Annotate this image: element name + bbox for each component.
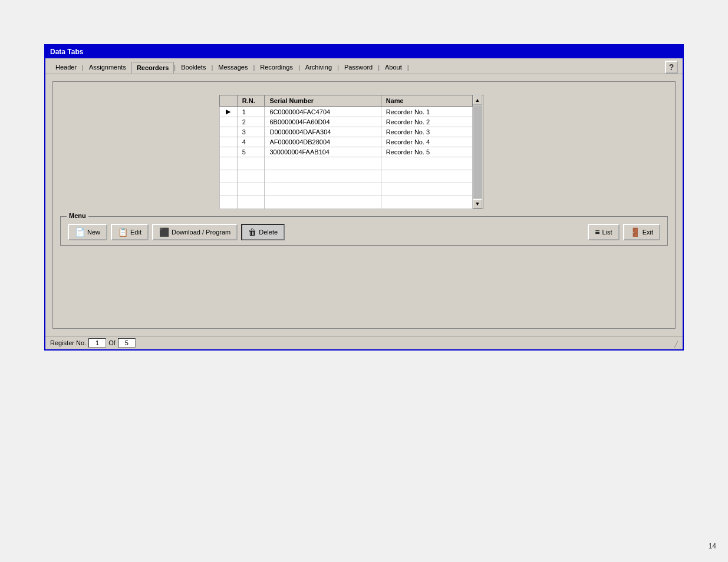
new-label: New (87, 229, 100, 236)
delete-button[interactable]: 🗑 Delete (241, 224, 285, 240)
table-container: R.N. Serial Number Name ▶ 1 6C0000004FAC… (219, 95, 668, 209)
table-row-empty (220, 157, 473, 170)
cell-serial: 300000004FAAB104 (265, 147, 381, 157)
list-button[interactable]: ≡ List (588, 224, 619, 240)
cell-name: Recorder No. 1 (381, 107, 472, 117)
scroll-up-button[interactable]: ▲ (473, 95, 482, 105)
row-indicator (220, 147, 238, 157)
register-label: Register No. (50, 339, 86, 346)
scrollbar[interactable]: ▲ ▼ (473, 95, 483, 209)
table-row[interactable]: 3 D00000004DAFA304 Recorder No. 3 (220, 127, 473, 137)
cell-name: Recorder No. 5 (381, 147, 472, 157)
edit-button[interactable]: 📋 Edit (111, 224, 149, 240)
cell-name: Recorder No. 3 (381, 127, 472, 137)
table-row[interactable]: 2 6B0000004FA60D04 Recorder No. 2 (220, 117, 473, 127)
resize-handle[interactable]: ╱ (674, 341, 681, 348)
download-button[interactable]: ⬛ Download / Program (152, 224, 238, 240)
tab-header[interactable]: Header (50, 61, 82, 73)
new-icon: 📄 (75, 227, 85, 237)
cell-name: Recorder No. 2 (381, 117, 472, 127)
tab-about[interactable]: About (380, 61, 407, 73)
cell-rn: 5 (237, 147, 265, 157)
col-name: Name (381, 95, 472, 107)
col-rn: R.N. (237, 95, 265, 107)
of-label: Of (108, 339, 116, 346)
row-indicator (220, 127, 238, 137)
cell-rn: 4 (237, 137, 265, 147)
cell-serial: AF0000004DB28004 (265, 137, 381, 147)
scroll-down-button[interactable]: ▼ (473, 199, 482, 209)
menu-buttons: 📄 New 📋 Edit ⬛ Download / Program 🗑 Dele… (68, 224, 660, 240)
main-window: Data Tabs Header | Assignments Recorders… (44, 44, 684, 351)
exit-icon: 🚪 (630, 227, 640, 237)
table-row-empty (220, 170, 473, 183)
delete-label: Delete (259, 229, 278, 236)
tab-booklets[interactable]: Booklets (176, 61, 211, 73)
table-row[interactable]: 5 300000004FAAB104 Recorder No. 5 (220, 147, 473, 157)
title-bar: Data Tabs (45, 45, 683, 58)
table-row[interactable]: 4 AF0000004DB28004 Recorder No. 4 (220, 137, 473, 147)
help-button[interactable]: ? (665, 61, 678, 74)
col-serial: Serial Number (265, 95, 381, 107)
register-total: 5 (118, 338, 136, 348)
cell-rn: 1 (237, 107, 265, 117)
download-label: Download / Program (172, 229, 230, 236)
edit-label: Edit (130, 229, 141, 236)
cell-name: Recorder No. 4 (381, 137, 472, 147)
page-number: 14 (709, 542, 716, 550)
scroll-track (473, 105, 482, 199)
cell-rn: 3 (237, 127, 265, 137)
status-bar: Register No. 1 Of 5 ╱ (45, 336, 683, 349)
content-area: R.N. Serial Number Name ▶ 1 6C0000004FAC… (45, 74, 683, 336)
cell-rn: 2 (237, 117, 265, 127)
row-indicator: ▶ (220, 107, 238, 117)
exit-label: Exit (643, 229, 653, 236)
list-icon: ≡ (595, 227, 599, 237)
menu-section: Menu 📄 New 📋 Edit ⬛ Download / Program (60, 216, 668, 246)
table-wrapper: R.N. Serial Number Name ▶ 1 6C0000004FAC… (219, 95, 668, 209)
tab-recorders[interactable]: Recorders (131, 62, 174, 74)
delete-icon: 🗑 (248, 227, 256, 237)
tab-bar: Header | Assignments Recorders | Booklet… (45, 58, 683, 74)
table-row-empty (220, 183, 473, 196)
new-button[interactable]: 📄 New (68, 224, 107, 240)
tab-messages[interactable]: Messages (213, 61, 253, 73)
menu-label: Menu (67, 212, 88, 219)
tab-archiving[interactable]: Archiving (300, 61, 337, 73)
recorders-table: R.N. Serial Number Name ▶ 1 6C0000004FAC… (219, 95, 473, 209)
row-indicator (220, 117, 238, 127)
window-title: Data Tabs (50, 48, 83, 56)
cell-serial: 6C0000004FAC4704 (265, 107, 381, 117)
col-indicator (220, 95, 238, 107)
table-row-empty (220, 196, 473, 209)
row-indicator (220, 137, 238, 147)
tab-recordings[interactable]: Recordings (255, 61, 298, 73)
tab-assignments[interactable]: Assignments (84, 61, 131, 73)
edit-icon: 📋 (118, 227, 128, 237)
cell-serial: D00000004DAFA304 (265, 127, 381, 137)
register-current: 1 (88, 338, 106, 348)
cell-serial: 6B0000004FA60D04 (265, 117, 381, 127)
download-icon: ⬛ (159, 227, 169, 237)
table-row[interactable]: ▶ 1 6C0000004FAC4704 Recorder No. 1 (220, 107, 473, 117)
exit-button[interactable]: 🚪 Exit (623, 224, 660, 240)
list-label: List (602, 229, 612, 236)
tab-password[interactable]: Password (339, 61, 378, 73)
inner-panel: R.N. Serial Number Name ▶ 1 6C0000004FAC… (52, 81, 676, 329)
